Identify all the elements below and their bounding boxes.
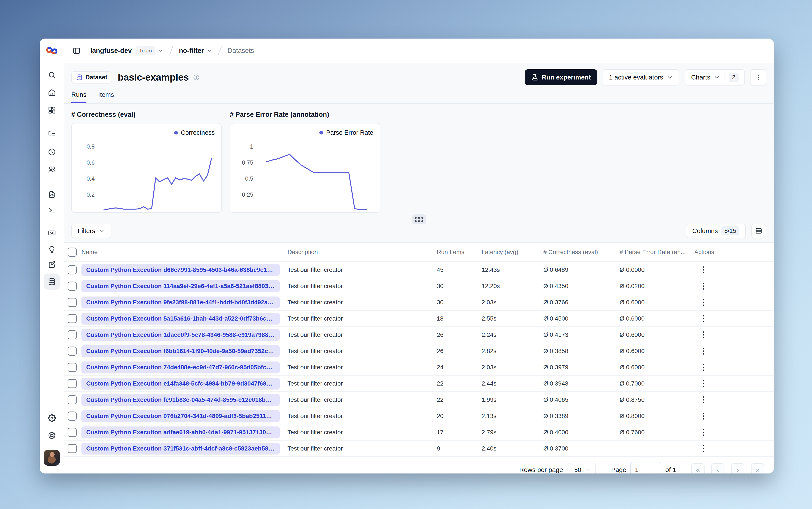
- tracing-icon[interactable]: [44, 126, 60, 142]
- latency-value: 2.03s: [478, 364, 539, 371]
- row-checkbox[interactable]: [68, 428, 77, 437]
- run-description: Test our filter creator: [283, 278, 424, 294]
- dashboards-icon[interactable]: [44, 102, 60, 118]
- run-experiment-button[interactable]: Run experiment: [525, 69, 597, 86]
- row-actions-menu[interactable]: [701, 313, 706, 324]
- row-checkbox[interactable]: [68, 314, 77, 323]
- column-header-correctness[interactable]: # Correctness (eval): [539, 249, 615, 256]
- run-name-link[interactable]: Custom Python Execution 9fe23f98-881e-44…: [81, 297, 280, 308]
- row-actions-menu[interactable]: [701, 281, 706, 291]
- filters-button[interactable]: Filters: [71, 224, 111, 238]
- row-actions-menu[interactable]: [701, 378, 706, 389]
- row-checkbox[interactable]: [68, 411, 77, 420]
- column-header-name[interactable]: Name: [80, 243, 283, 262]
- annotation-icon[interactable]: [44, 257, 60, 273]
- breadcrumb-org[interactable]: langfuse-dev: [90, 47, 132, 55]
- run-name-link[interactable]: Custom Python Execution e14fa348-5cfc-49…: [81, 378, 280, 389]
- playground-terminal-icon[interactable]: [44, 203, 60, 218]
- row-checkbox[interactable]: [68, 363, 77, 372]
- first-page-button[interactable]: «: [691, 463, 705, 474]
- next-page-button[interactable]: ›: [731, 463, 744, 474]
- sessions-clock-icon[interactable]: [44, 144, 60, 160]
- row-actions-menu[interactable]: [701, 427, 706, 438]
- prompts-icon[interactable]: [44, 186, 60, 203]
- project-switcher-chevron-icon[interactable]: [206, 48, 212, 54]
- run-description: Test our filter creator: [283, 392, 424, 408]
- correctness-value: Ø 0.3948: [539, 380, 615, 387]
- info-icon[interactable]: [193, 74, 200, 81]
- run-name-link[interactable]: Custom Python Execution 076b2704-341d-48…: [81, 410, 280, 422]
- row-actions-menu[interactable]: [701, 411, 706, 421]
- parse-error-rate-value: Ø 0.8750: [615, 396, 690, 403]
- last-page-button[interactable]: »: [751, 463, 764, 474]
- column-header-description[interactable]: Description: [283, 243, 424, 262]
- row-checkbox[interactable]: [68, 444, 77, 453]
- run-name-link[interactable]: Custom Python Execution d66e7991-8595-45…: [81, 264, 280, 276]
- more-actions-button[interactable]: [750, 69, 766, 86]
- home-icon[interactable]: [44, 84, 60, 101]
- row-checkbox[interactable]: [68, 281, 77, 291]
- row-actions-menu[interactable]: [701, 346, 706, 356]
- users-icon[interactable]: [44, 161, 60, 177]
- breadcrumb-project[interactable]: no-filter: [179, 47, 204, 55]
- run-name-link[interactable]: Custom Python Execution adfae619-abb0-4d…: [81, 427, 280, 438]
- column-header-parse-error-rate[interactable]: # Parse Error Rate (an...: [615, 249, 690, 256]
- tab-items[interactable]: Items: [98, 91, 114, 103]
- run-name-link[interactable]: Custom Python Execution fe91b83e-04a5-47…: [81, 394, 280, 406]
- column-header-latency[interactable]: Latency (avg): [478, 249, 539, 256]
- parse-error-rate-value: Ø 0.6000: [615, 348, 690, 354]
- chart-card: Correctness 0.20.40.60.8: [71, 123, 222, 213]
- page-number-input[interactable]: [630, 462, 662, 473]
- parse-error-rate-value: Ø 0.0000: [615, 266, 690, 273]
- row-checkbox[interactable]: [68, 395, 77, 404]
- row-actions-menu[interactable]: [701, 330, 706, 340]
- row-height-button[interactable]: [751, 224, 766, 238]
- run-name-link[interactable]: Custom Python Execution 5a15a616-1bab-44…: [81, 313, 280, 325]
- breadcrumb-section[interactable]: Datasets: [228, 47, 254, 55]
- latency-value: 12.20s: [478, 283, 539, 290]
- run-name-link[interactable]: Custom Python Execution 1daec0f9-5e78-43…: [81, 329, 280, 341]
- row-actions-menu[interactable]: [701, 362, 706, 373]
- support-lifebuoy-icon[interactable]: [44, 427, 60, 443]
- sidebar-toggle-icon[interactable]: [70, 45, 82, 57]
- row-actions-menu[interactable]: [701, 395, 706, 405]
- row-actions-menu[interactable]: [701, 265, 706, 275]
- row-checkbox[interactable]: [68, 298, 77, 307]
- org-switcher-chevron-icon[interactable]: [158, 48, 164, 54]
- resize-drag-handle[interactable]: [412, 214, 426, 225]
- evaluators-icon[interactable]: [44, 225, 60, 241]
- settings-gear-icon[interactable]: [44, 410, 60, 426]
- run-name-link[interactable]: Custom Python Execution 371f531c-abff-4d…: [81, 443, 280, 454]
- run-description: Test our filter creator: [283, 294, 424, 310]
- sidebar-rail: [40, 39, 64, 473]
- row-actions-menu[interactable]: [701, 443, 706, 454]
- columns-button[interactable]: Columns 8/15: [686, 224, 746, 238]
- tab-runs[interactable]: Runs: [71, 91, 87, 103]
- run-items-value: 45: [424, 266, 478, 273]
- row-checkbox[interactable]: [68, 346, 77, 355]
- correctness-value: Ø 0.3389: [539, 413, 615, 419]
- charts-dropdown[interactable]: Charts 2: [685, 69, 745, 86]
- previous-page-button[interactable]: ‹: [711, 463, 724, 474]
- chart-legend: Parse Error Rate: [319, 129, 373, 136]
- parse-error-rate-value: Ø 0.6000: [615, 331, 690, 338]
- correctness-value: Ø 0.4500: [539, 315, 615, 322]
- row-checkbox[interactable]: [68, 379, 77, 388]
- column-header-run-items[interactable]: Run Items: [424, 249, 478, 256]
- breadcrumb-separator: [169, 46, 173, 55]
- insights-lightbulb-icon[interactable]: [44, 241, 60, 258]
- search-icon[interactable]: [44, 67, 60, 83]
- user-avatar[interactable]: [44, 450, 60, 466]
- datasets-icon[interactable]: [44, 274, 60, 290]
- row-checkbox[interactable]: [68, 265, 77, 274]
- run-name-link[interactable]: Custom Python Execution 114aa9ef-29e6-4e…: [81, 280, 280, 292]
- run-name-link[interactable]: Custom Python Execution 74de488e-ec9d-47…: [81, 362, 280, 373]
- chart-title: # Parse Error Rate (annotation): [230, 111, 380, 118]
- row-actions-menu[interactable]: [701, 297, 706, 308]
- database-icon: [76, 74, 82, 80]
- row-checkbox[interactable]: [68, 330, 77, 339]
- evaluators-dropdown[interactable]: 1 active evaluators: [603, 69, 679, 86]
- select-all-checkbox[interactable]: [68, 247, 77, 257]
- run-name-link[interactable]: Custom Python Execution f6bb1614-1f90-40…: [81, 345, 280, 357]
- rows-per-page-select[interactable]: 50: [569, 463, 596, 473]
